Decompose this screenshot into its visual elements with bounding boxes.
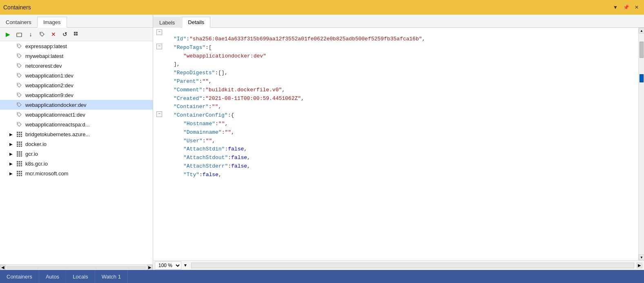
svg-rect-43 bbox=[19, 161, 20, 163]
list-item[interactable]: ▶gcr.io bbox=[0, 149, 153, 159]
list-item[interactable]: ▶k8s.gcr.io bbox=[0, 159, 153, 168]
scroll-down-btn[interactable]: ▼ bbox=[639, 254, 644, 260]
item-name: gcr.io bbox=[25, 151, 38, 157]
svg-rect-36 bbox=[17, 153, 18, 155]
json-sep: : bbox=[202, 86, 205, 95]
json-sep: : bbox=[199, 171, 203, 179]
json-line: "AttachStdout": false, bbox=[153, 154, 638, 162]
scroll-up-btn[interactable]: ▲ bbox=[639, 28, 644, 33]
json-value: "" bbox=[225, 128, 231, 137]
json-line: − bbox=[153, 29, 638, 35]
list-item[interactable]: mywebapi:latest bbox=[0, 51, 153, 61]
json-key: "Parent" bbox=[174, 77, 199, 86]
list-item[interactable]: ▶bridgetokubernetes.azure... bbox=[0, 129, 153, 139]
list-item[interactable]: expressapp:latest bbox=[0, 41, 153, 51]
zoom-select[interactable]: 100 % 75 % 125 % bbox=[155, 261, 181, 270]
tag-icon bbox=[16, 101, 23, 108]
svg-rect-58 bbox=[19, 175, 20, 176]
scroll-left-btn[interactable]: ◀ bbox=[0, 265, 6, 270]
json-suffix: , bbox=[209, 77, 212, 86]
tag-button[interactable] bbox=[37, 29, 47, 39]
tag-icon bbox=[16, 91, 23, 99]
prune-button[interactable] bbox=[71, 29, 82, 39]
grid-icon bbox=[16, 130, 23, 138]
bottom-tab-locals[interactable]: Locals bbox=[66, 270, 95, 283]
collapse-btn[interactable]: − bbox=[156, 29, 162, 35]
list-item[interactable]: webapplicationdocker:dev bbox=[0, 100, 153, 110]
svg-point-11 bbox=[18, 94, 18, 95]
h-scrollbar[interactable] bbox=[191, 263, 634, 268]
json-sep: : bbox=[228, 162, 231, 171]
close-btn[interactable]: ✕ bbox=[633, 3, 641, 11]
right-tabs: Labels Details bbox=[153, 15, 644, 28]
svg-point-6 bbox=[18, 45, 18, 46]
list-item[interactable]: webapplication2:dev bbox=[0, 80, 153, 90]
pull-button[interactable]: ↓ bbox=[25, 29, 36, 39]
svg-rect-24 bbox=[17, 142, 18, 143]
json-value: "webapplicationdocker:dev" bbox=[183, 52, 266, 61]
bottom-tab-watch-1[interactable]: Watch 1 bbox=[95, 270, 128, 283]
tab-containers[interactable]: Containers bbox=[0, 17, 37, 27]
item-name: webapplicationdocker:dev bbox=[25, 102, 87, 108]
bottom-tab-containers[interactable]: Containers bbox=[0, 270, 39, 283]
collapse-btn[interactable]: − bbox=[156, 44, 162, 49]
svg-rect-18 bbox=[17, 134, 18, 135]
pin-btn[interactable]: 📌 bbox=[622, 3, 630, 11]
json-sep: : bbox=[205, 44, 209, 52]
svg-rect-55 bbox=[19, 173, 20, 175]
list-item[interactable]: webapplication9:dev bbox=[0, 90, 153, 100]
left-hscrollbar[interactable]: ◀ ▶ bbox=[0, 264, 153, 270]
image-toolbar: ▶ ↓ ✕ ↺ bbox=[0, 28, 153, 41]
list-item[interactable]: ▶mcr.microsoft.com bbox=[0, 168, 153, 178]
open-button[interactable] bbox=[14, 29, 25, 39]
zoom-bar: 100 % 75 % 125 % ▼ ▶ bbox=[153, 260, 644, 270]
tag-icon bbox=[16, 121, 23, 128]
expand-icon[interactable]: ▶ bbox=[8, 171, 14, 176]
svg-rect-46 bbox=[19, 163, 20, 165]
svg-rect-50 bbox=[21, 165, 22, 166]
json-suffix: , bbox=[422, 35, 426, 44]
zoom-dropdown-btn[interactable]: ▼ bbox=[182, 262, 189, 269]
svg-point-12 bbox=[18, 104, 18, 104]
expand-icon[interactable]: ▶ bbox=[8, 142, 14, 146]
scroll-right-btn[interactable]: ▶ bbox=[147, 265, 153, 270]
json-suffix: , bbox=[225, 120, 228, 128]
list-item[interactable]: netcorerest:dev bbox=[0, 61, 153, 71]
json-viewer[interactable]: −"Id": "sha256:0ae14a633f315b699aa12f355… bbox=[153, 28, 638, 260]
list-item[interactable]: webapplicationreactspa:d... bbox=[0, 119, 153, 129]
list-item[interactable]: ▶docker.io bbox=[0, 139, 153, 149]
dropdown-btn[interactable]: ▼ bbox=[611, 3, 619, 11]
expand-icon[interactable]: ▶ bbox=[8, 132, 14, 137]
json-key: "AttachStderr" bbox=[183, 162, 228, 171]
body-area: Containers Images ▶ ↓ bbox=[0, 15, 644, 270]
json-line: "AttachStderr": false, bbox=[153, 162, 638, 171]
collapse-btn[interactable]: − bbox=[156, 111, 162, 117]
svg-rect-2 bbox=[74, 32, 76, 33]
svg-rect-33 bbox=[17, 151, 18, 153]
svg-rect-51 bbox=[17, 171, 18, 172]
svg-point-9 bbox=[18, 74, 18, 75]
svg-rect-15 bbox=[17, 132, 18, 133]
item-name: mcr.microsoft.com bbox=[25, 170, 68, 177]
json-value: false bbox=[228, 145, 244, 154]
list-item[interactable]: webapplicationreact1:dev bbox=[0, 110, 153, 119]
item-name: expressapp:latest bbox=[25, 43, 67, 49]
json-value: false bbox=[231, 154, 247, 162]
json-value: "" bbox=[202, 77, 209, 86]
v-scrollbar[interactable]: ▲ ▼ bbox=[638, 28, 644, 260]
tab-images[interactable]: Images bbox=[37, 17, 67, 28]
expand-icon[interactable]: ▶ bbox=[8, 161, 14, 166]
remove-button[interactable]: ✕ bbox=[48, 29, 59, 39]
refresh-button[interactable]: ↺ bbox=[60, 29, 70, 39]
item-name: webapplicationreact1:dev bbox=[25, 112, 85, 118]
svg-rect-57 bbox=[17, 175, 18, 176]
run-button[interactable]: ▶ bbox=[2, 29, 13, 39]
svg-rect-31 bbox=[19, 146, 20, 147]
bottom-tab-autos[interactable]: Autos bbox=[39, 270, 66, 283]
tab-details[interactable]: Details bbox=[182, 17, 210, 28]
json-sep: : bbox=[215, 120, 218, 128]
h-scroll-right-btn[interactable]: ▶ bbox=[637, 263, 642, 268]
list-item[interactable]: webapplication1:dev bbox=[0, 71, 153, 80]
expand-icon[interactable]: ▶ bbox=[8, 152, 14, 156]
tab-labels[interactable]: Labels bbox=[153, 17, 181, 28]
